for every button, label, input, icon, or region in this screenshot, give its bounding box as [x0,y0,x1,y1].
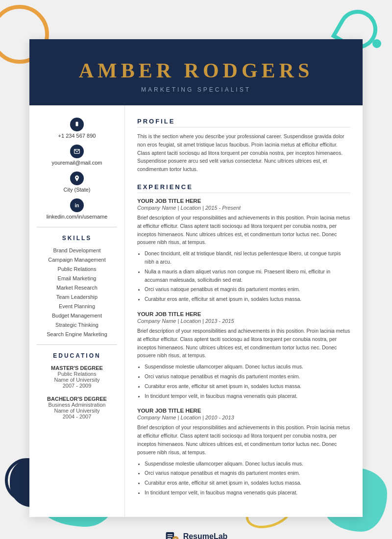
education-section-title: EDUCATION [37,352,117,359]
sidebar-divider-2 [37,344,117,345]
skill-item: Public Relations [37,266,117,272]
location-icon [70,172,84,185]
edu-school: Name of University [37,408,117,414]
job-bullets: Suspendisse molestie ullamcorper aliquam… [145,363,350,400]
sidebar-divider-1 [37,227,117,227]
job-bullets: Suspendisse molestie ullamcorper aliquam… [145,460,350,497]
profile-section-title: PROFILE [137,118,350,127]
profile-text: This is the section where you describe y… [137,132,350,173]
skill-item: Market Research [37,285,117,291]
candidate-name: AMBER RODGERS [44,59,348,82]
footer-brand: R ResumeLab [165,529,228,539]
candidate-title: MARKETING SPECIALIST [44,86,348,93]
edu-school: Name of University [37,377,117,383]
education-item: MASTER'S DEGREE Public Relations Name of… [37,365,117,389]
skill-item: Brand Development [37,247,117,253]
bullet-item: Orci varius natoque penatibus et magnis … [145,372,350,381]
job-title: YOUR JOB TITLE HERE [137,311,350,317]
resume-header: AMBER RODGERS MARKETING SPECIALIST [29,39,363,105]
job-desc: Brief description of your responsibiliti… [137,423,350,456]
skills-list: Brand DevelopmentCampaign ManagementPubl… [37,247,117,337]
bullet-item: In tincidunt tempor velit, in faucibus m… [145,489,350,497]
location-text: City (State) [37,187,117,193]
job-desc: Brief description of your responsibiliti… [137,214,350,246]
svg-rect-6 [168,538,172,539]
job-entry: YOUR JOB TITLE HERE Company Name | Locat… [137,198,350,303]
bullet-item: Orci varius natoque penatibus et magnis … [145,285,350,294]
bullet-item: Curabitur eros ante, efficitur sit amet … [145,382,350,391]
svg-point-2 [76,177,78,178]
bullet-item: In tincidunt tempor velit, in faucibus m… [145,392,350,400]
resume-body: +1 234 567 890 youremail@mail.com [29,105,363,517]
bullet-item: Orci varius natoque penatibus et magnis … [145,469,350,477]
email-text: youremail@mail.com [37,160,117,166]
skill-item: Budget Management [37,313,117,318]
edu-degree: MASTER'S DEGREE [37,365,117,371]
svg-rect-0 [76,122,78,126]
linkedin-text: linkedin.com/in/username [37,214,117,220]
edu-year: 2004 - 2007 [37,414,117,419]
resume-main: PROFILE This is the section where you de… [125,105,363,517]
skill-item: Team Leadership [37,294,117,300]
skills-section-title: SKILLS [37,235,117,242]
bullet-item: Suspendisse molestie ullamcorper aliquam… [145,363,350,371]
job-meta: Company Name | Location | 2013 - 2015 [137,318,350,324]
resume-document: AMBER RODGERS MARKETING SPECIALIST +1 23… [29,39,363,517]
skill-item: Search Engine Marketing [37,331,117,337]
contact-email: youremail@mail.com [37,145,117,166]
bullet-item: Suspendisse molestie ullamcorper aliquam… [145,460,350,468]
bullet-item: Curabitur eros ante, efficitur sit amet … [145,479,350,487]
edu-field: Business Administration [37,402,117,408]
skill-item: Strategic Thinking [37,322,117,328]
phone-icon [70,118,84,131]
skill-item: Email Marketing [37,275,117,281]
bullet-item: Curabitur eros ante, efficitur sit amet … [145,295,350,303]
education-item: BACHELOR'S DEGREE Business Administratio… [37,396,117,419]
jobs-list: YOUR JOB TITLE HERE Company Name | Locat… [137,198,350,497]
edu-field: Public Relations [37,371,117,377]
job-title: YOUR JOB TITLE HERE [137,408,350,414]
job-entry: YOUR JOB TITLE HERE Company Name | Locat… [137,311,350,400]
edu-year: 2007 - 2009 [37,383,117,389]
contact-linkedin: in linkedin.com/in/username [37,198,117,220]
svg-rect-5 [168,536,173,537]
resumelab-logo: R [165,529,179,539]
job-bullets: Donec tincidunt, elit at tristique bland… [145,249,350,303]
bullet-item: Donec tincidunt, elit at tristique bland… [145,249,350,266]
experience-section-title: EXPERIENCE [137,183,350,193]
skill-item: Event Planning [37,303,117,309]
job-entry: YOUR JOB TITLE HERE Company Name | Locat… [137,408,350,496]
svg-rect-4 [168,534,173,535]
contact-location: City (State) [37,172,117,193]
linkedin-icon: in [70,198,84,212]
edu-degree: BACHELOR'S DEGREE [37,396,117,402]
job-desc: Brief description of your responsibiliti… [137,327,350,360]
phone-text: +1 234 567 890 [37,133,117,139]
job-meta: Company Name | Location | 2010 - 2013 [137,415,350,420]
contact-phone: +1 234 567 890 [37,118,117,139]
education-list: MASTER'S DEGREE Public Relations Name of… [37,365,117,419]
footer-text: ResumeLab [183,532,228,539]
email-icon [70,145,84,158]
decorative-teal-dot [372,39,381,48]
bullet-item: Nulla a mauris a diam aliquet varius non… [145,268,350,284]
job-meta: Company Name | Location | 2015 - Present [137,205,350,211]
resume-sidebar: +1 234 567 890 youremail@mail.com [29,105,125,517]
job-title: YOUR JOB TITLE HERE [137,198,350,204]
skill-item: Campaign Management [37,257,117,263]
